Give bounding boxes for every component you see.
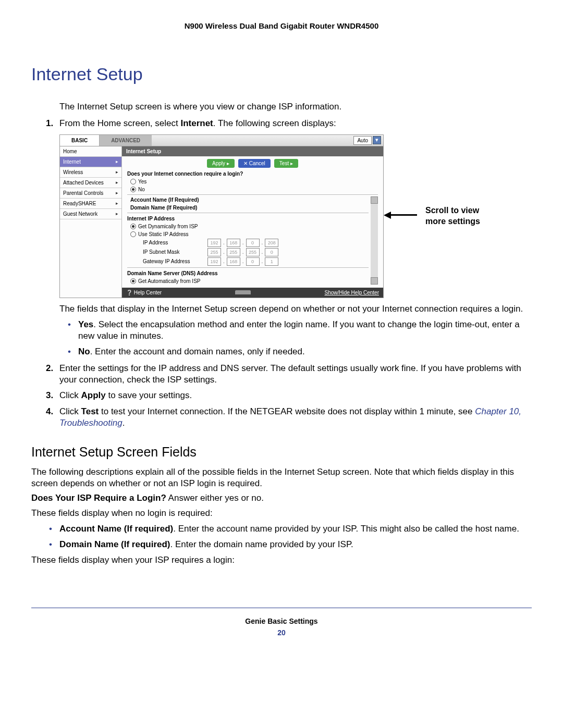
router-screenshot: BASIC ADVANCED Auto ▾ Home Internet▸ Wir… [59,134,384,298]
scroll-down-icon[interactable] [371,277,378,285]
radio-yes[interactable]: Yes [130,178,378,185]
drawer-handle-icon[interactable] [235,290,251,294]
gateway-row: Gateway IP Address 192. 168. 0. 1 [143,257,369,266]
chevron-right-icon: ▸ [116,201,118,207]
ip-octet-input[interactable]: 0 [265,248,278,256]
account-name-label: Account Name (If Required) [130,196,369,203]
sidebar-item-wireless[interactable]: Wireless▸ [60,167,121,178]
settings-panel: Internet Setup Apply ▸ ✕ Cancel Test ▸ D… [122,146,383,298]
test-button[interactable]: Test ▸ [274,159,298,168]
ip-octet-input[interactable]: 1 [265,257,278,266]
ip-octet-input[interactable]: 255 [207,248,221,256]
chevron-right-icon: ▸ [116,159,118,165]
page-footer: Genie Basic Settings 20 [31,608,532,637]
radio-static[interactable]: Use Static IP Address [130,231,369,238]
help-center-button[interactable]: ❔ Help Center [126,289,162,296]
sidebar-item-home[interactable]: Home [60,146,121,157]
top-tabs: BASIC ADVANCED Auto ▾ [60,135,383,146]
ip-heading: Internet IP Address [127,215,369,222]
chevron-right-icon: ▸ [116,180,118,186]
footer-label: Genie Basic Settings [31,616,532,626]
apply-button[interactable]: Apply ▸ [207,159,235,168]
cancel-button[interactable]: ✕ Cancel [238,159,271,168]
radio-no[interactable]: No [130,186,378,193]
login-question: Does your Internet connection require a … [127,170,378,177]
arrow-left-icon [384,212,391,219]
isp-question: Does Your ISP Require a Login? Answer ei… [31,492,532,504]
chevron-down-icon: ▾ [373,136,381,144]
page-title: Internet Setup [31,63,532,85]
radio-icon [130,278,136,284]
chevron-right-icon: ▸ [116,211,118,217]
ip-address-row: IP Address 192. 168. 0. 208 [143,239,369,247]
domain-name-label: Domain Name (If Required) [130,204,369,211]
ip-octet-input[interactable]: 208 [265,239,278,247]
chevron-right-icon: ▸ [116,169,118,176]
no-login-intro: These fields display when no login is re… [31,508,532,519]
bullet-domain-name: Domain Name (If required). Enter the dom… [59,539,532,550]
subnet-row: IP Subnet Mask 255. 255. 255. 0 [143,248,369,256]
sidebar-item-readyshare[interactable]: ReadySHARE▸ [60,199,121,209]
radio-dynamic[interactable]: Get Dynamically from ISP [130,223,369,230]
sidebar: Home Internet▸ Wireless▸ Attached Device… [60,146,122,298]
ip-octet-input[interactable]: 192 [207,257,221,266]
scroll-up-icon[interactable] [371,196,378,204]
sidebar-item-internet[interactable]: Internet▸ [60,157,121,167]
radio-icon [130,231,136,237]
ip-octet-input[interactable]: 192 [207,239,221,247]
step-3: 3.Click Apply to save your settings. [59,390,532,401]
footer-page-number: 20 [31,628,532,637]
radio-dns-auto[interactable]: Get Automatically from ISP [130,278,369,285]
panel-title: Internet Setup [122,146,383,156]
section-title: Internet Setup Screen Fields [31,443,532,461]
post-shot-paragraph: The fields that display in the Internet … [59,303,532,315]
radio-icon [130,179,136,184]
scroll-annotation: Scroll to view more settings [384,205,488,227]
ip-octet-input[interactable]: 168 [227,257,240,266]
sidebar-item-guest[interactable]: Guest Network▸ [60,209,121,219]
tab-basic[interactable]: BASIC [60,135,100,146]
bullet-account-name: Account Name (If required). Enter the ac… [59,523,532,535]
sidebar-item-attached[interactable]: Attached Devices▸ [60,178,121,188]
radio-icon [130,187,136,192]
login-intro: These fields display when your ISP requi… [31,554,532,566]
bullet-no: No. Enter the account and domain names, … [78,346,532,357]
language-select[interactable]: Auto ▾ [353,136,381,145]
intro-paragraph: The Internet Setup screen is where you v… [59,101,532,113]
chevron-right-icon: ▸ [116,190,118,196]
ip-octet-input[interactable]: 0 [246,239,260,247]
sidebar-item-parental[interactable]: Parental Controls▸ [60,188,121,199]
step-1: 1. From the Home screen, select Internet… [59,118,532,129]
ip-octet-input[interactable]: 255 [227,248,240,256]
ip-octet-input[interactable]: 255 [246,248,260,256]
bullet-yes: Yes. Select the encapsulation method and… [78,319,532,342]
ip-octet-input[interactable]: 0 [246,257,260,266]
dns-heading: Domain Name Server (DNS) Address [127,270,369,277]
help-toggle-link[interactable]: Show/Hide Help Center [324,289,379,296]
radio-icon [130,224,136,229]
tab-advanced[interactable]: ADVANCED [100,135,152,146]
section-intro: The following descriptions explain all o… [31,466,532,489]
step-4: 4.Click Test to test your Internet conne… [59,406,532,429]
ip-octet-input[interactable]: 168 [227,239,240,247]
step-2: 2.Enter the settings for the IP address … [59,363,532,386]
product-header: N900 Wireless Dual Band Gigabit Router W… [31,21,532,31]
